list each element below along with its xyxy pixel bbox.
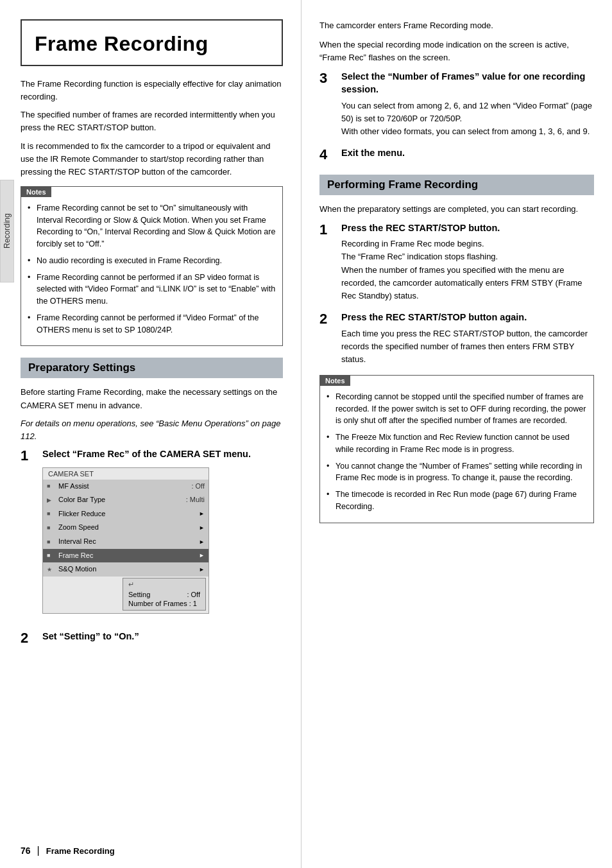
step-1-content: Select “Frame Rec” of the CAMERA SET men…: [42, 448, 283, 621]
step-1: 1 Select “Frame Rec” of the CAMERA SET m…: [21, 448, 283, 621]
note-item: Recording cannot be stopped until the sp…: [327, 391, 587, 427]
pstep-1-body-1: Recording in Frame Rec mode begins.: [341, 238, 594, 250]
footer-separator: |: [37, 845, 40, 856]
menu-label: Zoom Speed: [58, 522, 194, 534]
performing-step-1: 1 Press the REC START/STOP button. Recor…: [319, 222, 594, 302]
step-1-title: Select “Frame Rec” of the CAMERA SET men…: [42, 448, 283, 461]
submenu-icon: ↵: [128, 580, 200, 589]
notes-box-right: Notes Recording cannot be stopped until …: [319, 375, 594, 523]
menu-value: : Multi: [186, 494, 205, 506]
camera-menu-items: ■ MF Assist : Off ▶ Color Bar Type : Mul…: [43, 480, 208, 577]
menu-label: Color Bar Type: [58, 494, 183, 506]
menu-item-flicker: ■ Flicker Reduce ►: [43, 507, 208, 521]
pstep-1-number: 1: [319, 222, 335, 302]
performing-header: Performing Frame Recording: [319, 175, 594, 195]
submenu-setting-value: : Off: [187, 591, 200, 598]
notes-content-right: Recording cannot be stopped until the sp…: [320, 386, 593, 523]
left-column: Frame Recording The Frame Recording func…: [0, 0, 302, 868]
footer-title: Frame Recording: [46, 846, 115, 856]
menu-icon: ★: [47, 565, 56, 574]
menu-label: S&Q Motion: [58, 564, 194, 575]
menu-arrow: ►: [199, 537, 205, 546]
menu-label: MF Assist: [58, 481, 189, 492]
right-column: The camcorder enters Frame Recording mod…: [302, 0, 612, 868]
menu-item-color-bar: ▶ Color Bar Type : Multi: [43, 493, 208, 507]
menu-label: Interval Rec: [58, 536, 194, 548]
note-item: You cannot change the “Number of Frames”…: [327, 460, 587, 485]
performing-step-2: 2 Press the REC START/STOP button again.…: [319, 311, 594, 366]
camera-menu-title: CAMERA SET: [43, 468, 208, 480]
pstep-2-content: Press the REC START/STOP button again. E…: [341, 311, 594, 366]
notes-content-left: Frame Recording cannot be set to “On” si…: [21, 197, 282, 346]
note-item: Frame Recording cannot be set to “On” si…: [28, 202, 276, 250]
submenu-frames-label: Number of Frames : 1: [128, 600, 197, 607]
pstep-1-body-3: When the number of frames you specified …: [341, 264, 594, 302]
prep-settings-header: Preparatory Settings: [21, 358, 283, 378]
submenu-row-frames: Number of Frames : 1: [128, 599, 200, 608]
step-4-title: Exit the menu.: [341, 147, 594, 160]
intro-para-2: The specified number of frames are recor…: [21, 108, 283, 134]
menu-icon: ■: [47, 537, 56, 546]
menu-icon: ■: [47, 523, 56, 532]
pstep-2-title: Press the REC START/STOP button again.: [341, 311, 594, 324]
performing-intro: When the preparatory settings are comple…: [319, 203, 594, 216]
step-3-title: Select the “Number of Frames” value for …: [341, 71, 594, 96]
note-item: The timecode is recorded in Rec Run mode…: [327, 489, 587, 513]
note-item: Frame Recording cannot be performed if “…: [28, 312, 276, 336]
menu-value: : Off: [191, 481, 205, 492]
menu-item-frame-rec: ■ Frame Rec ►: [43, 549, 208, 563]
step-1-number: 1: [21, 448, 36, 621]
submenu-row-setting: Setting : Off: [128, 590, 200, 599]
menu-label: Flicker Reduce: [58, 508, 194, 520]
camera-menu-screenshot: CAMERA SET ■ MF Assist : Off ▶ Color Bar…: [42, 467, 209, 614]
step-2-content: Set “Setting” to “On.”: [42, 630, 283, 647]
pstep-2-body: Each time you press the REC START/STOP b…: [341, 327, 594, 366]
step-3: 3 Select the “Number of Frames” value fo…: [319, 71, 594, 138]
step-3-content: Select the “Number of Frames” value for …: [341, 71, 594, 138]
step-2-number: 2: [21, 630, 36, 647]
menu-arrow: ►: [199, 565, 205, 574]
note-item: The Freeze Mix function and Rec Review f…: [327, 431, 587, 456]
step-4-content: Exit the menu.: [341, 147, 594, 163]
notes-box-left: Notes Frame Recording cannot be set to “…: [21, 186, 283, 347]
menu-icon: ■: [47, 509, 56, 518]
menu-item-sqmotion: ★ S&Q Motion ►: [43, 562, 208, 577]
step-2: 2 Set “Setting” to “On.”: [21, 630, 283, 647]
menu-item-interval: ■ Interval Rec ►: [43, 535, 208, 549]
menu-icon: ■: [47, 482, 56, 490]
menu-item-mf-assist: ■ MF Assist : Off: [43, 480, 208, 494]
right-intro-1: The camcorder enters Frame Recording mod…: [319, 19, 594, 32]
step-3-body-2: With other video formats, you can select…: [341, 125, 594, 138]
page-title: Frame Recording: [35, 32, 269, 56]
page-number: 76: [21, 846, 31, 856]
note-item: No audio recording is executed in Frame …: [28, 255, 276, 267]
intro-para-1: The Frame Recording function is especial…: [21, 78, 283, 103]
step-4-number: 4: [319, 147, 335, 163]
menu-icon: ▶: [47, 496, 56, 505]
menu-arrow: ►: [199, 509, 205, 518]
notes-label-left: Notes: [21, 187, 51, 197]
step-4: 4 Exit the menu.: [319, 147, 594, 163]
note-item: Frame Recording cannot be performed if a…: [28, 272, 276, 308]
submenu-setting-label: Setting: [128, 591, 150, 598]
menu-item-zoom: ■ Zoom Speed ►: [43, 521, 208, 535]
menu-label: Frame Rec: [58, 550, 194, 562]
pstep-1-body-2: The “Frame Rec” indication stops flashin…: [341, 250, 594, 263]
prep-intro: Before starting Frame Recording, make th…: [21, 386, 283, 412]
menu-arrow: ►: [199, 523, 205, 532]
step-2-title: Set “Setting” to “On.”: [42, 630, 283, 643]
right-intro-2: When the special recording mode indicati…: [319, 39, 594, 64]
page-footer: 76 | Frame Recording: [21, 845, 115, 856]
sidebar-recording-tab: Recording: [0, 180, 14, 282]
step-3-body-1: You can select from among 2, 6, and 12 w…: [341, 100, 594, 125]
page-title-box: Frame Recording: [21, 19, 283, 66]
prep-italic: For details on menu operations, see “Bas…: [21, 417, 283, 443]
pstep-1-content: Press the REC START/STOP button. Recordi…: [341, 222, 594, 302]
menu-arrow: ►: [199, 551, 205, 560]
step-3-number: 3: [319, 71, 335, 138]
pstep-2-number: 2: [319, 311, 335, 366]
pstep-1-title: Press the REC START/STOP button.: [341, 222, 594, 235]
intro-para-3: It is recommended to fix the camcorder t…: [21, 140, 283, 178]
notes-label-right: Notes: [320, 376, 350, 386]
menu-icon: ■: [47, 551, 56, 560]
